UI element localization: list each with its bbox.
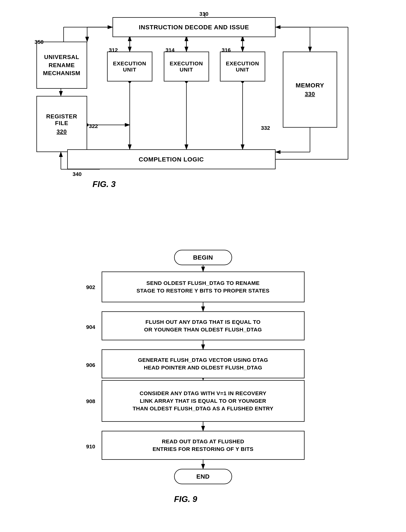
fig3-caption: FIG. 3 <box>93 179 116 189</box>
step-910-box: READ OUT DTAG AT FLUSHEDENTRIES FOR REST… <box>102 431 304 460</box>
label-350: 350 <box>35 39 44 45</box>
universal-rename-box: UNIVERSALRENAMEMECHANISM <box>36 42 87 89</box>
begin-box: BEGIN <box>174 250 232 265</box>
label-314: 314 <box>166 47 175 53</box>
label-902: 902 <box>86 284 95 290</box>
label-332: 332 <box>261 125 270 131</box>
label-904: 904 <box>86 324 95 330</box>
label-340: 340 <box>73 171 82 177</box>
execution-unit-3-box: EXECUTIONUNIT <box>220 52 265 81</box>
memory-box: MEMORY 330 <box>283 52 337 128</box>
fig9-diagram: BEGIN SEND OLDEST FLUSH_DTAG TO RENAMEST… <box>58 246 348 518</box>
execution-unit-2-box: EXECUTIONUNIT <box>164 52 209 81</box>
fig9-caption: FIG. 9 <box>174 494 197 504</box>
execution-unit-1-box: EXECUTIONUNIT <box>107 52 152 81</box>
fig3-num: FIG. 3 <box>93 179 116 189</box>
label-316: 316 <box>222 47 231 53</box>
register-file-box: REGISTERFILE 320 <box>36 96 87 152</box>
step-904-box: FLUSH OUT ANY DTAG THAT IS EQUAL TOOR YO… <box>102 311 304 340</box>
label-908: 908 <box>86 398 95 404</box>
fig3-diagram: INSTRUCTION DECODE AND ISSUE 310 UNIVERS… <box>31 11 375 224</box>
step-908-box: CONSIDER ANY DTAG WITH V=1 IN RECOVERYLI… <box>102 380 304 422</box>
fig9-num: FIG. 9 <box>174 494 197 504</box>
label-312: 312 <box>109 47 118 53</box>
completion-logic-box: COMPLETION LOGIC <box>67 149 276 169</box>
step-906-box: GENERATE FLUSH_DTAG VECTOR USING DTAGHEA… <box>102 349 304 378</box>
step-902-box: SEND OLDEST FLUSH_DTAG TO RENAMESTAGE TO… <box>102 271 304 302</box>
label-310: 310 <box>199 11 209 17</box>
label-906: 906 <box>86 362 95 368</box>
label-910: 910 <box>86 443 95 450</box>
end-box: END <box>174 469 232 484</box>
label-322: 322 <box>89 123 98 129</box>
instruction-decode-box: INSTRUCTION DECODE AND ISSUE <box>113 17 276 37</box>
